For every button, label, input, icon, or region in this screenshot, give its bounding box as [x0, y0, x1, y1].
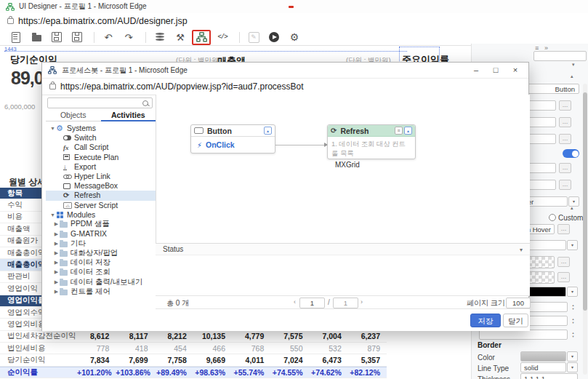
- ellipsis-button[interactable]: …: [559, 100, 571, 111]
- toolbar-tools-button[interactable]: ⚒: [172, 31, 189, 44]
- chevron-down-icon[interactable]: ▾: [567, 287, 578, 297]
- tree-item-대화상자/팝업[interactable]: ▶대화상자/팝업: [46, 248, 156, 258]
- tree-item-기타[interactable]: ▶기타: [46, 239, 156, 248]
- caret-down-icon[interactable]: ▼: [49, 126, 56, 131]
- scrollbar[interactable]: [583, 84, 587, 375]
- tree-item-Server Script[interactable]: ‹/›Server Script: [46, 201, 156, 210]
- toolbar-code-view-button[interactable]: </>: [214, 31, 231, 44]
- refresh-node-header[interactable]: ⟳ Refresh ≡ ▴: [328, 125, 415, 137]
- tree-item-Switch[interactable]: Switch: [46, 133, 156, 143]
- custom-radio[interactable]: [549, 214, 556, 221]
- stepper-buttons[interactable]: ▲▼: [568, 316, 578, 326]
- ellipsis-button[interactable]: …: [557, 257, 570, 267]
- screen: 1443 당기순이익 (단위 : 백만원) 매출액 (단위 : 백만원) 주요이…: [0, 0, 588, 379]
- button-node-header[interactable]: Button ▴: [191, 125, 275, 137]
- browser-urlbar[interactable]: https://epa.bimatrix.com/AUD/designer.js…: [0, 13, 588, 30]
- toolbar-open-folder-button[interactable]: [28, 31, 45, 44]
- scrollbar-thumb[interactable]: [583, 92, 587, 311]
- status-section-header[interactable]: Status ▾: [156, 243, 530, 255]
- ellipsis-button[interactable]: …: [559, 163, 571, 173]
- ellipsis-button[interactable]: …: [559, 134, 571, 144]
- stepper-buttons[interactable]: ▲▼: [568, 302, 578, 312]
- tree-item-Systems[interactable]: ▼⚙Systems: [46, 124, 156, 133]
- row-label: 법인세비용: [0, 343, 77, 354]
- save-button[interactable]: 저장: [470, 314, 501, 327]
- tab-activities[interactable]: Activities: [101, 111, 156, 121]
- tree-item-Modules[interactable]: ▼Modules: [46, 210, 156, 220]
- ellipsis-button[interactable]: …: [559, 117, 571, 127]
- toolbar-edit-button[interactable]: ✎: [245, 31, 262, 44]
- tree-item-Export[interactable]: ↓Export: [46, 162, 156, 172]
- refresh-node[interactable]: ⟳ Refresh ≡ ▴ 1. 데이터 조회 대상 컨트롤 목록 MXGrid: [327, 124, 416, 159]
- tree-item-Hyper Link[interactable]: Hyper Link: [46, 172, 156, 181]
- tab-objects[interactable]: Objects: [46, 111, 101, 121]
- caret-right-icon[interactable]: ▶: [53, 231, 60, 237]
- chevron-down-icon[interactable]: ▾: [567, 240, 578, 250]
- toolbar-data-source-button[interactable]: [151, 31, 169, 44]
- list-icon[interactable]: ≡: [395, 127, 403, 135]
- tree-item-MessageBox[interactable]: MessageBox: [46, 181, 156, 191]
- row-value: +74.55%: [270, 368, 309, 377]
- tree-item-Call Script[interactable]: fxCall Script: [46, 143, 156, 152]
- toolbar-run-button[interactable]: [265, 31, 283, 44]
- caret-right-icon[interactable]: ▶: [53, 241, 60, 247]
- chevron-down-icon[interactable]: ▾: [567, 362, 578, 372]
- tree-item-G-MATRIX[interactable]: ▶G-MATRIX: [46, 229, 156, 239]
- toolbar-save-as-button[interactable]: [68, 31, 86, 44]
- collapse-node-icon[interactable]: ▴: [264, 127, 272, 135]
- minimize-button[interactable]: –: [470, 65, 482, 76]
- caret-right-icon[interactable]: ▶: [53, 250, 60, 256]
- caret-right-icon[interactable]: ▶: [53, 289, 60, 295]
- maximize-button[interactable]: □: [490, 65, 502, 76]
- caret-right-icon[interactable]: ▶: [53, 279, 60, 285]
- tree-item-데이터 저장[interactable]: ▶데이터 저장: [46, 258, 156, 268]
- caret-down-icon[interactable]: ▼: [49, 212, 56, 218]
- toolbar-undo-button[interactable]: ↶: [100, 31, 117, 44]
- toolbar-save-button[interactable]: [48, 31, 65, 44]
- chevron-down-icon[interactable]: ▾: [520, 244, 523, 256]
- tree-item-컨트롤 제어[interactable]: ▶컨트롤 제어: [46, 287, 156, 296]
- page-input[interactable]: [299, 298, 325, 308]
- dialog-urlbar[interactable]: https://epa.bimatrix.com/AUD/popview.jsp…: [42, 78, 528, 95]
- ellipsis-button[interactable]: …: [559, 180, 571, 190]
- collapse-section-icon[interactable]: ▴: [571, 73, 573, 79]
- caret-right-icon[interactable]: ▶: [53, 221, 60, 227]
- toolbar-redo-button[interactable]: ↷: [120, 31, 137, 44]
- tree-item-label: 기타: [71, 239, 86, 249]
- onclick-event[interactable]: OnClick: [206, 140, 235, 149]
- chevron-down-icon[interactable]: ▾: [572, 62, 575, 68]
- chevron-down-icon[interactable]: ▾: [567, 351, 578, 362]
- next-page-icon[interactable]: ›: [361, 298, 363, 306]
- button-node[interactable]: Button ▴ ⚡ OnClick: [190, 124, 275, 153]
- tree-search-input[interactable]: [47, 97, 153, 108]
- toolbar-process-bot-button[interactable]: [192, 30, 211, 45]
- collapse-section-icon[interactable]: ▴: [571, 205, 573, 211]
- page-total-input[interactable]: [333, 298, 358, 308]
- dialog-titlebar[interactable]: 프로세스봇 - 프로필 1 - Microsoft Edge: [42, 63, 528, 79]
- border-color-swatch[interactable]: [520, 351, 566, 362]
- caret-right-icon[interactable]: ▶: [53, 269, 60, 275]
- toolbar-settings-button[interactable]: ⚙: [286, 31, 303, 44]
- tree-item-데이터 조회[interactable]: ▶데이터 조회: [46, 268, 156, 277]
- line-type-select[interactable]: solid: [520, 362, 566, 372]
- processbot-dialog: 프로세스봇 - 프로필 1 - Microsoft Edge – □ × htt…: [41, 62, 529, 331]
- close-button[interactable]: ×: [510, 65, 521, 76]
- tree-item-데이터 출력/내보내기[interactable]: ▶데이터 출력/내보내기: [46, 277, 156, 287]
- panel-search-field[interactable]: [533, 51, 587, 61]
- tree-item-PPDM 샘플[interactable]: ▶PPDM 샘플: [46, 220, 156, 229]
- thickness-input[interactable]: 1 1 1 1: [520, 373, 578, 379]
- toggle-switch[interactable]: [563, 149, 579, 158]
- collapse-node-icon[interactable]: ▴: [404, 127, 412, 135]
- caret-right-icon[interactable]: ▶: [53, 260, 60, 266]
- ellipsis-button[interactable]: …: [557, 272, 570, 282]
- flow-canvas[interactable]: Button ▴ ⚡ OnClick ⟳ Refresh ≡ ▴: [156, 95, 530, 243]
- page-size-input[interactable]: [506, 298, 531, 308]
- close-dialog-button[interactable]: 닫기: [503, 314, 528, 327]
- tree-item-Execute Plan[interactable]: Execute Plan: [46, 153, 156, 162]
- tree-item-Refresh[interactable]: ⟳Refresh: [46, 191, 156, 200]
- prev-page-icon[interactable]: ‹: [294, 298, 296, 306]
- number-field[interactable]: [479, 330, 568, 340]
- toolbar-new-file-button[interactable]: [7, 31, 25, 44]
- stepper-buttons[interactable]: ▲▼: [568, 330, 578, 340]
- ellipsis-button[interactable]: …: [557, 224, 570, 234]
